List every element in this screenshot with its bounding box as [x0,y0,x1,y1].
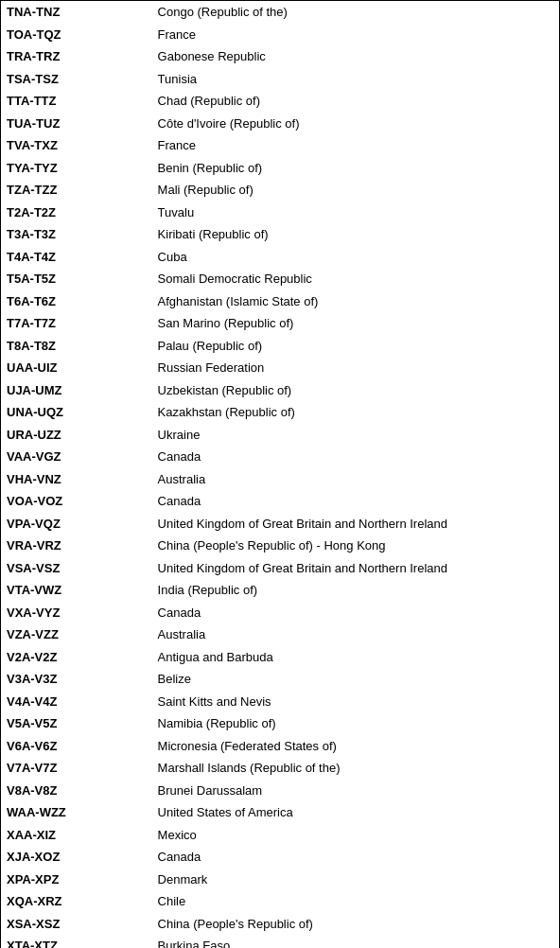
code-cell: XJA-XOZ [1,846,152,869]
code-cell: VTA-VWZ [1,579,152,602]
code-cell: VHA-VNZ [1,468,152,491]
code-cell: UJA-UMZ [1,379,152,402]
table-row: T4A-T4ZCuba [1,246,559,269]
country-cell: France [152,24,559,46]
code-cell: VRA-VRZ [1,535,152,557]
table-row: VTA-VWZIndia (Republic of) [1,579,559,602]
country-cell: Canada [152,602,559,624]
code-cell: T8A-T8Z [1,335,152,358]
country-cell: France [152,134,559,157]
code-cell: VZA-VZZ [1,623,152,646]
country-cell: United Kingdom of Great Britain and Nort… [152,513,559,535]
table-row: XSA-XSZChina (People's Republic of) [1,913,559,936]
table-row: UAA-UIZRussian Federation [1,357,559,379]
table-row: V4A-V4ZSaint Kitts and Nevis [1,691,559,713]
code-cell: UAA-UIZ [1,357,152,379]
country-cell: Australia [152,623,559,646]
country-cell: Burkina Faso [152,935,559,948]
country-cell: Chad (Republic of) [152,90,559,113]
code-cell: XSA-XSZ [1,913,152,936]
table-row: TUA-TUZCôte d'Ivoire (Republic of) [1,113,559,135]
country-cell: Namibia (Republic of) [152,712,559,735]
code-cell: V6A-V6Z [1,735,152,758]
table-row: TOA-TQZFrance [1,24,559,46]
table-row: V3A-V3ZBelize [1,668,559,691]
country-cell: Canada [152,490,559,513]
country-cell: Canada [152,446,559,468]
country-cell: Micronesia (Federated States of) [152,735,559,758]
code-cell: VAA-VGZ [1,446,152,468]
table-row: TVA-TXZFrance [1,134,559,157]
code-cell: TTA-TTZ [1,90,152,113]
country-cell: Congo (Republic of the) [152,1,559,24]
country-cell: Cuba [152,246,559,269]
country-cell: Palau (Republic of) [152,335,559,358]
code-cell: XQA-XRZ [1,890,152,913]
table-row: TNA-TNZCongo (Republic of the) [1,1,559,24]
table-row: VHA-VNZAustralia [1,468,559,491]
table-row: V2A-V2ZAntigua and Barbuda [1,646,559,669]
table-row: URA-UZZUkraine [1,424,559,447]
country-cell: Mali (Republic of) [152,179,559,202]
code-cell: TYA-TYZ [1,157,152,180]
code-cell: TUA-TUZ [1,113,152,135]
country-cell: Brunei Darussalam [152,780,559,802]
country-cell: United States of America [152,801,559,824]
table-row: VPA-VQZUnited Kingdom of Great Britain a… [1,513,559,535]
code-cell: V5A-V5Z [1,712,152,735]
table-row: T5A-T5ZSomali Democratic Republic [1,268,559,290]
country-cell: United Kingdom of Great Britain and Nort… [152,557,559,580]
country-cell: Gabonese Republic [152,45,559,68]
main-table: TNA-TNZCongo (Republic of the)TOA-TQZFra… [0,0,560,948]
country-cell: Australia [152,468,559,491]
country-cell: China (People's Republic of) [152,913,559,936]
code-cell: VXA-VYZ [1,602,152,624]
country-cell: Antigua and Barbuda [152,646,559,669]
country-cell: China (People's Republic of) - Hong Kong [152,535,559,557]
code-cell: TRA-TRZ [1,45,152,68]
country-cell: Somali Democratic Republic [152,268,559,290]
code-cell: T6A-T6Z [1,290,152,313]
table-row: T8A-T8ZPalau (Republic of) [1,335,559,358]
country-cell: Tuvalu [152,202,559,224]
table-row: VXA-VYZCanada [1,602,559,624]
country-cell: Russian Federation [152,357,559,379]
country-cell: Afghanistan (Islamic State of) [152,290,559,313]
code-cell: T5A-T5Z [1,268,152,290]
code-cell: TNA-TNZ [1,1,152,24]
table-row: T7A-T7ZSan Marino (Republic of) [1,312,559,335]
table-row: XQA-XRZChile [1,890,559,913]
code-cell: T3A-T3Z [1,223,152,246]
table-row: V8A-V8ZBrunei Darussalam [1,780,559,802]
table-row: TTA-TTZChad (Republic of) [1,90,559,113]
table-row: V6A-V6ZMicronesia (Federated States of) [1,735,559,758]
code-cell: V3A-V3Z [1,668,152,691]
country-cell: Denmark [152,869,559,891]
table-row: T6A-T6ZAfghanistan (Islamic State of) [1,290,559,313]
code-cell: V8A-V8Z [1,780,152,802]
code-cell: UNA-UQZ [1,401,152,424]
table-row: XTA-XTZBurkina Faso [1,935,559,948]
code-cell: V4A-V4Z [1,691,152,713]
table-row: VZA-VZZAustralia [1,623,559,646]
table-row: XPA-XPZDenmark [1,869,559,891]
country-cell: San Marino (Republic of) [152,312,559,335]
table-row: V7A-V7ZMarshall Islands (Republic of the… [1,757,559,780]
table-row: TYA-TYZBenin (Republic of) [1,157,559,180]
country-cell: Kiribati (Republic of) [152,223,559,246]
table-row: VRA-VRZChina (People's Republic of) - Ho… [1,535,559,557]
country-cell: Mexico [152,824,559,847]
code-cell: T7A-T7Z [1,312,152,335]
code-cell: T2A-T2Z [1,202,152,224]
table-row: UNA-UQZKazakhstan (Republic of) [1,401,559,424]
code-cell: XTA-XTZ [1,935,152,948]
code-cell: TOA-TQZ [1,24,152,46]
table-row: TZA-TZZMali (Republic of) [1,179,559,202]
code-cell: XAA-XIZ [1,824,152,847]
country-cell: Saint Kitts and Nevis [152,691,559,713]
code-cell: V7A-V7Z [1,757,152,780]
country-cell: Kazakhstan (Republic of) [152,401,559,424]
table-row: XAA-XIZMexico [1,824,559,847]
country-cell: India (Republic of) [152,579,559,602]
table-row: V5A-V5ZNamibia (Republic of) [1,712,559,735]
